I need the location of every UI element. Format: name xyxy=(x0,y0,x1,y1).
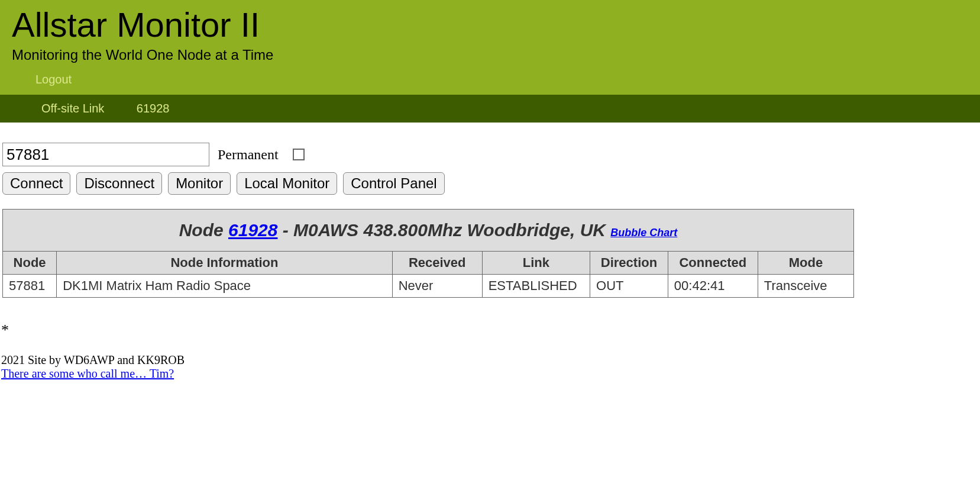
table-row: 57881 DK1MI Matrix Ham Radio Space Never… xyxy=(3,275,854,298)
footer-tim-link[interactable]: There are some who call me… Tim? xyxy=(1,367,174,380)
nav-offsite-link[interactable]: Off-site Link xyxy=(41,102,104,115)
local-monitor-button[interactable]: Local Monitor xyxy=(237,172,337,195)
cell-mode: Transceive xyxy=(758,275,853,298)
navbar: Off-site Link 61928 xyxy=(0,95,980,123)
cell-node: 57881 xyxy=(3,275,57,298)
title-prefix: Node xyxy=(179,220,228,240)
connect-button[interactable]: Connect xyxy=(2,172,70,195)
th-node: Node xyxy=(3,252,57,275)
page-title: Allstar Monitor II xyxy=(12,5,968,44)
logout-link[interactable]: Logout xyxy=(12,73,72,95)
nav-node-link[interactable]: 61928 xyxy=(137,102,170,115)
monitor-button[interactable]: Monitor xyxy=(168,172,231,195)
permanent-checkbox[interactable] xyxy=(293,149,305,160)
page-subtitle: Monitoring the World One Node at a Time xyxy=(12,47,968,63)
th-connected: Connected xyxy=(668,252,758,275)
th-received: Received xyxy=(392,252,482,275)
cell-info: DK1MI Matrix Ham Radio Space xyxy=(57,275,392,298)
footer: 2021 Site by WD6AWP and KK9ROB There are… xyxy=(1,353,980,381)
asterisk-text: * xyxy=(1,321,980,339)
control-panel-button[interactable]: Control Panel xyxy=(343,172,444,195)
header: Allstar Monitor II Monitoring the World … xyxy=(0,0,980,95)
node-number-link[interactable]: 61928 xyxy=(228,220,277,240)
input-row: Permanent xyxy=(2,143,978,166)
button-row: Connect Disconnect Monitor Local Monitor… xyxy=(2,172,978,195)
cell-link: ESTABLISHED xyxy=(482,275,590,298)
controls-panel: Permanent Connect Disconnect Monitor Loc… xyxy=(0,123,980,201)
cell-direction: OUT xyxy=(590,275,668,298)
cell-connected: 00:42:41 xyxy=(668,275,758,298)
th-direction: Direction xyxy=(590,252,668,275)
node-table: Node 61928 - M0AWS 438.800Mhz Woodbridge… xyxy=(2,209,854,298)
table-title: Node 61928 - M0AWS 438.800Mhz Woodbridge… xyxy=(3,210,854,252)
footer-credits: 2021 Site by WD6AWP and KK9ROB xyxy=(1,353,980,367)
th-link: Link xyxy=(482,252,590,275)
cell-received: Never xyxy=(392,275,482,298)
title-suffix: - M0AWS 438.800Mhz Woodbridge, UK xyxy=(277,220,610,240)
node-number-input[interactable] xyxy=(2,143,209,166)
permanent-label: Permanent xyxy=(218,147,279,163)
th-info: Node Information xyxy=(57,252,392,275)
table-header-row: Node Node Information Received Link Dire… xyxy=(3,252,854,275)
disconnect-button[interactable]: Disconnect xyxy=(76,172,162,195)
th-mode: Mode xyxy=(758,252,853,275)
bubble-chart-link[interactable]: Bubble Chart xyxy=(610,227,677,239)
